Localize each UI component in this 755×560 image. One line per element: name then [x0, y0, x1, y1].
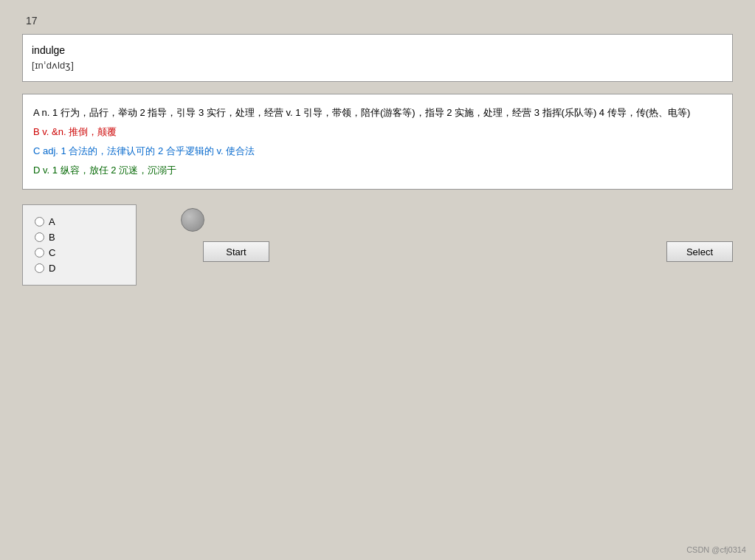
speaker-icon[interactable] — [181, 208, 204, 232]
word-phonetic: [ɪnˈdʌldʒ] — [32, 58, 723, 74]
option-b[interactable]: B — [35, 232, 124, 243]
word-english: indulge — [32, 42, 723, 58]
question-number: 17 — [22, 15, 733, 27]
option-c[interactable]: C — [35, 247, 124, 258]
bottom-area: A B C D Start Select — [22, 204, 733, 286]
definition-c: C adj. 1 合法的，法律认可的 2 合乎逻辑的 v. 使合法 — [33, 142, 722, 161]
option-b-label: B — [49, 232, 55, 243]
radio-d[interactable] — [35, 263, 44, 273]
option-a-label: A — [49, 216, 55, 227]
option-a[interactable]: A — [35, 216, 124, 227]
definition-a: A n. 1 行为，品行，举动 2 指导，引导 3 实行，处理，经营 v. 1 … — [33, 103, 722, 122]
option-d[interactable]: D — [35, 263, 124, 274]
main-container: 17 indulge [ɪnˈdʌldʒ] A n. 1 行为，品行，举动 2 … — [0, 0, 755, 560]
speaker-area — [181, 208, 204, 234]
radio-b[interactable] — [35, 232, 44, 242]
options-box: A B C D — [22, 204, 137, 286]
start-button[interactable]: Start — [203, 241, 269, 262]
radio-a[interactable] — [35, 217, 44, 227]
definition-box: A n. 1 行为，品行，举动 2 指导，引导 3 实行，处理，经营 v. 1 … — [22, 94, 733, 190]
definition-b: B v. &n. 推倒，颠覆 — [33, 122, 722, 142]
radio-c[interactable] — [35, 248, 44, 257]
option-c-label: C — [49, 247, 55, 258]
option-d-label: D — [49, 263, 55, 274]
select-button[interactable]: Select — [666, 241, 733, 262]
definition-d: D v. 1 纵容，放任 2 沉迷，沉溺于 — [33, 161, 722, 180]
watermark: CSDN @cfj0314 — [686, 545, 746, 554]
word-box: indulge [ɪnˈdʌldʒ] — [22, 34, 733, 82]
